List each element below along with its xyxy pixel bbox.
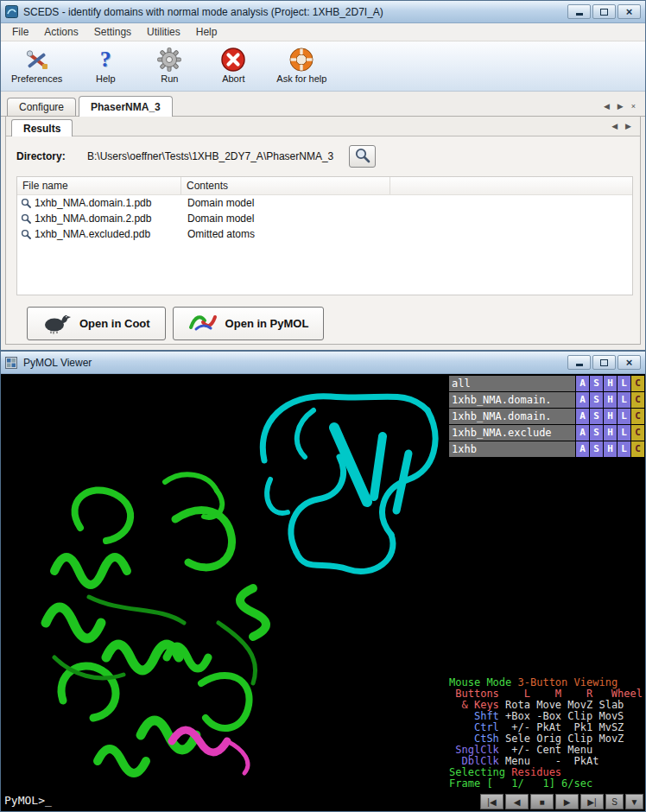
help-icon: ?	[100, 46, 111, 73]
object-s-button[interactable]: S	[590, 376, 603, 391]
object-l-button[interactable]: L	[618, 425, 630, 441]
object-s-button[interactable]: S	[590, 409, 603, 424]
pymol-minimize-button[interactable]	[567, 355, 591, 370]
object-a-button[interactable]: A	[576, 441, 589, 457]
table-row[interactable]: 1xhb_NMA.excluded.pdbOmitted atoms	[17, 226, 632, 242]
maximize-icon	[600, 9, 608, 16]
tab-scroll-right-icon[interactable]: ▶	[618, 103, 624, 111]
toolbar-run[interactable]: Run	[149, 46, 190, 84]
menu-utilities[interactable]: Utilities	[139, 24, 188, 40]
toolbar-abort[interactable]: Abort	[212, 46, 254, 84]
object-h-button[interactable]: H	[604, 409, 617, 424]
object-l-button[interactable]: L	[618, 441, 630, 457]
step-back-button[interactable]: ◀	[505, 794, 529, 809]
molecule-viewport[interactable]	[1, 374, 450, 811]
browse-directory-button[interactable]	[349, 145, 376, 168]
directory-path: B:\Users\oeffner\Tests\1XHB_2DY7_A\Phase…	[87, 150, 333, 162]
maximize-icon	[600, 359, 608, 366]
menu-actions[interactable]: Actions	[36, 24, 86, 40]
maximize-button[interactable]	[592, 4, 616, 19]
mouse-help-text: 3-Button Viewing	[518, 676, 618, 688]
object-h-button[interactable]: H	[604, 392, 617, 408]
file-table: File nameContents1xhb_NMA.domain.1.pdbDo…	[16, 176, 633, 295]
pymol-titlebar[interactable]: PyMOL Viewer ×	[1, 352, 645, 374]
file-name-cell: 1xhb_NMA.domain.1.pdb	[17, 197, 181, 209]
mouse-help-line: Frame [ 1/ 1] 6/sec	[449, 778, 643, 790]
action-button-label: Open in Coot	[79, 317, 150, 330]
toolbar-ask-for-help[interactable]: Ask for help	[276, 46, 326, 84]
tab-close-icon[interactable]: ×	[631, 103, 636, 111]
stop-button[interactable]: ■	[530, 794, 554, 809]
main-tab-bar: ConfigurePhaserNMA_3 ◀▶×	[1, 92, 645, 117]
pymol-maximize-button[interactable]	[592, 355, 616, 370]
object-h-button[interactable]: H	[604, 376, 617, 391]
object-s-button[interactable]: S	[590, 441, 603, 457]
fast-forward-button[interactable]: ▶|	[580, 794, 604, 809]
toolbar-preferences[interactable]: Preferences	[11, 46, 62, 84]
minimize-icon	[576, 13, 583, 16]
sceds-titlebar[interactable]: SCEDS - identify domains with normal mod…	[1, 1, 645, 23]
mouse-help-text: Rota Move MovZ Slab	[505, 699, 624, 711]
menu-help[interactable]: Help	[188, 24, 225, 40]
tab-configure[interactable]: Configure	[7, 98, 76, 116]
object-c-button[interactable]: C	[631, 409, 644, 424]
object-name[interactable]: all	[449, 376, 575, 391]
object-name[interactable]: 1xhb_NMA.domain.	[449, 392, 575, 408]
object-s-button[interactable]: S	[590, 425, 603, 441]
table-row[interactable]: 1xhb_NMA.domain.1.pdbDomain model	[17, 195, 632, 211]
table-header: File nameContents	[17, 177, 632, 195]
mouse-help-text: Selecting	[449, 766, 511, 778]
results-scroll-right-icon[interactable]: ▶	[625, 123, 631, 130]
scene-button[interactable]: S	[605, 794, 624, 809]
rewind-button[interactable]: |◀	[480, 794, 504, 809]
mouse-help-text: Frame [ 1/ 1] 6/sec	[449, 777, 592, 790]
action-button-label: Open in PyMOL	[225, 317, 309, 330]
object-h-button[interactable]: H	[604, 425, 617, 441]
object-row: 1xhbASHLC	[449, 441, 644, 457]
play-button[interactable]: ▶	[555, 794, 579, 809]
gear-icon	[156, 46, 182, 73]
pymol-close-button[interactable]: ×	[618, 355, 641, 370]
toolbar-label: Run	[161, 73, 178, 84]
object-l-button[interactable]: L	[618, 409, 630, 424]
mouse-help-text: +/- PkAt Pk1 MvSZ	[505, 721, 624, 733]
open-in-pymol-button[interactable]: Open in PyMOL	[173, 307, 325, 340]
object-h-button[interactable]: H	[604, 441, 617, 457]
object-a-button[interactable]: A	[576, 425, 589, 441]
mouse-help-text: & Keys	[449, 699, 505, 711]
menu-bar: FileActionsSettingsUtilitiesHelp	[1, 23, 645, 41]
help-icon: ?	[100, 48, 111, 71]
results-scroll-left-icon[interactable]: ◀	[611, 123, 618, 130]
search-small-icon	[21, 213, 31, 224]
object-c-button[interactable]: C	[631, 441, 644, 457]
close-button[interactable]: ×	[618, 4, 641, 19]
object-name[interactable]: 1xhb_NMA.exclude	[449, 425, 575, 441]
object-c-button[interactable]: C	[631, 425, 644, 441]
table-row[interactable]: 1xhb_NMA.domain.2.pdbDomain model	[17, 211, 632, 226]
object-c-button[interactable]: C	[631, 376, 644, 391]
close-icon: ×	[626, 357, 633, 368]
menu-file[interactable]: File	[4, 24, 36, 40]
minimize-button[interactable]	[567, 4, 591, 19]
object-name[interactable]: 1xhb	[449, 441, 575, 457]
object-a-button[interactable]: A	[576, 376, 589, 391]
tab-phasernma-3[interactable]: PhaserNMA_3	[79, 96, 173, 117]
menu-settings[interactable]: Settings	[86, 24, 139, 40]
object-s-button[interactable]: S	[590, 392, 603, 408]
open-in-coot-button[interactable]: Open in Coot	[27, 307, 166, 340]
object-name[interactable]: 1xhb_NMA.domain.	[449, 409, 575, 424]
object-c-button[interactable]: C	[631, 392, 644, 408]
object-a-button[interactable]: A	[576, 392, 589, 408]
pymol-window: PyMOL Viewer ×	[0, 351, 646, 812]
object-a-button[interactable]: A	[576, 409, 589, 424]
file-name: 1xhb_NMA.domain.1.pdb	[35, 197, 151, 209]
command-prompt[interactable]: PyMOL>_	[4, 794, 52, 807]
search-small-icon	[21, 198, 31, 208]
toolbar-help[interactable]: ?Help	[85, 46, 126, 84]
menu-dropdown-button[interactable]: ▼	[625, 794, 643, 809]
tab-scroll-left-icon[interactable]: ◀	[604, 103, 610, 111]
minimize-icon	[576, 364, 583, 366]
object-l-button[interactable]: L	[618, 392, 630, 408]
object-l-button[interactable]: L	[618, 376, 630, 391]
tab-results[interactable]: Results	[11, 119, 73, 136]
